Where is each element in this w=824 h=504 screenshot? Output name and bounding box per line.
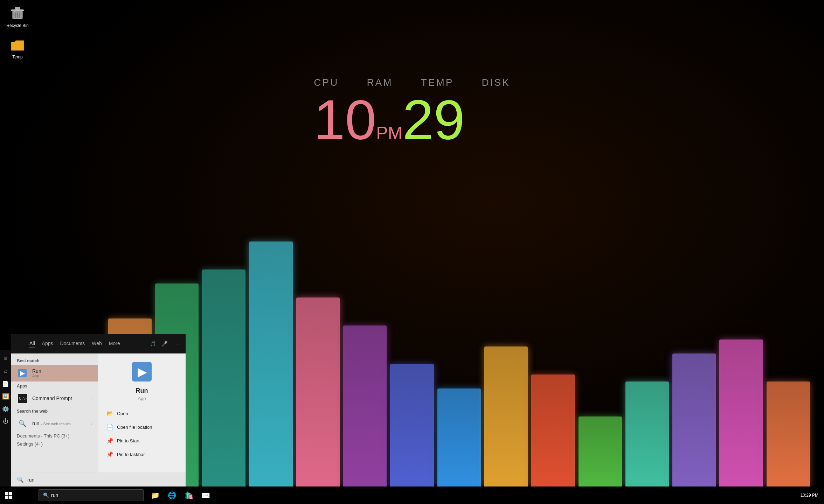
tab-web[interactable]: Web — [92, 339, 102, 348]
sidebar-hamburger[interactable]: ≡ — [0, 353, 11, 364]
tab-more[interactable]: More — [109, 339, 120, 348]
bar-9 — [437, 388, 481, 486]
web-sub: - See web results — [41, 422, 71, 426]
ellipsis-icon[interactable]: ⋯ — [171, 338, 181, 349]
run-app-type: App — [32, 374, 41, 378]
pin-taskbar-icon: 📌 — [106, 451, 113, 458]
cpu-label: CPU — [314, 77, 339, 88]
sidebar-documents[interactable]: 📄 — [0, 378, 11, 389]
start-search-bar[interactable]: 🔍 run — [11, 472, 186, 486]
bar-11 — [531, 374, 575, 486]
taskbar: 🔍 📁 🌐 🛍️ ✉️ 10:29 PM — [0, 486, 824, 504]
temp-label-text: Temp — [12, 55, 22, 59]
bar-5 — [249, 241, 292, 486]
result-web-run[interactable]: 🔍 run - See web results › — [11, 415, 98, 432]
taskbar-search-icon: 🔍 — [43, 492, 49, 498]
settings-label: Settings (4+) — [17, 441, 43, 447]
action-pin-taskbar[interactable]: 📌 Pin to taskbar — [104, 448, 180, 461]
bar-16 — [767, 382, 810, 486]
temp-label: TEMP — [421, 77, 454, 88]
web-section-title: Search the web — [11, 407, 98, 415]
cmd-name: Command Prompt — [32, 396, 72, 401]
result-run-app[interactable]: ▶ Run App — [11, 365, 98, 382]
taskbar-file-explorer[interactable]: 📁 — [147, 487, 163, 503]
start-search-input[interactable]: run — [27, 477, 180, 483]
taskbar-app-icons: 📁 🌐 🛍️ ✉️ — [147, 487, 214, 503]
context-actions-list: 📂 Open 📄 Open file location 📌 Pin to Sta… — [104, 407, 180, 461]
sidebar-settings[interactable]: ⚙️ — [0, 403, 11, 414]
stats-labels: CPU RAM TEMP DISK — [314, 77, 510, 88]
context-app-subtitle: App — [138, 396, 146, 401]
start-menu: All Apps Documents Web More 🎵 🎤 ⋯ Best m… — [11, 334, 186, 486]
sidebar-pictures[interactable]: 🖼️ — [0, 391, 11, 402]
svg-rect-1 — [11, 9, 24, 11]
bar-15 — [719, 340, 763, 486]
tab-documents[interactable]: Documents — [60, 339, 85, 348]
best-match-title: Best match — [11, 356, 98, 365]
action-pin-start-label: Pin to Start — [117, 438, 139, 443]
web-result-text: run - See web results — [32, 420, 71, 427]
web-query: run — [32, 421, 39, 426]
action-open-label: Open — [117, 411, 128, 416]
action-pin-start[interactable]: 📌 Pin to Start — [104, 434, 180, 448]
action-open[interactable]: 📂 Open — [104, 407, 180, 420]
stats-numbers: 10 PM 29 — [314, 92, 510, 148]
result-cmd[interactable]: C:\> Command Prompt › — [11, 390, 98, 407]
desktop-icon-recycle-bin[interactable]: Recycle Bin — [4, 4, 32, 29]
tab-apps[interactable]: Apps — [42, 339, 53, 348]
bar-6 — [296, 298, 340, 486]
time-hours: 10 — [314, 92, 376, 148]
search-panel: Best match ▶ Run App Apps C:\> — [11, 354, 186, 472]
action-open-file-location[interactable]: 📄 Open file location — [104, 420, 180, 434]
svg-rect-8 — [5, 496, 8, 499]
search-results-list: Best match ▶ Run App Apps C:\> — [11, 354, 98, 472]
mic-icon[interactable]: 🎤 — [159, 340, 169, 348]
svg-rect-6 — [5, 492, 8, 495]
cmd-arrow: › — [91, 396, 92, 401]
taskbar-mail[interactable]: ✉️ — [198, 487, 214, 503]
run-app-icon: ▶ — [17, 368, 28, 379]
sidebar-power[interactable]: ⏻ — [0, 416, 11, 427]
taskbar-edge[interactable]: 🌐 — [164, 487, 180, 503]
result-documents[interactable]: Documents - This PC (3+) — [11, 432, 98, 440]
svg-rect-7 — [9, 492, 12, 495]
start-menu-top-icons: 🎵 🎤 ⋯ — [148, 338, 181, 349]
svg-rect-2 — [15, 7, 20, 9]
time-minutes: 29 — [402, 92, 465, 148]
file-location-icon: 📄 — [106, 424, 113, 430]
recycle-bin-label: Recycle Bin — [6, 23, 28, 28]
sidebar-home[interactable]: ⌂ — [0, 365, 11, 377]
documents-label: Documents - This PC (3+) — [17, 433, 69, 439]
disk-label: DISK — [482, 77, 510, 88]
bar-8 — [390, 364, 434, 486]
svg-text:C:\>: C:\> — [19, 397, 27, 400]
taskbar-search-input[interactable] — [51, 492, 139, 498]
desktop: CPU RAM TEMP DISK 10 PM 29 Recycle Bin T… — [0, 0, 824, 504]
web-arrow: › — [91, 421, 92, 426]
pin-start-icon: 📌 — [106, 438, 113, 444]
bar-10 — [484, 346, 528, 486]
open-icon: 📂 — [106, 410, 113, 417]
run-app-name: Run — [32, 368, 41, 374]
system-tray: 10:29 PM — [801, 493, 824, 498]
taskbar-search-box[interactable]: 🔍 — [39, 489, 144, 501]
start-tabs: All Apps Documents Web More — [15, 337, 134, 350]
desktop-icon-temp[interactable]: Temp — [4, 35, 32, 61]
cortana-icon[interactable]: 🎵 — [148, 340, 158, 348]
action-open-file-label: Open file location — [117, 425, 152, 430]
bar-4 — [202, 270, 245, 486]
svg-rect-9 — [9, 496, 12, 499]
ram-label: RAM — [367, 77, 393, 88]
start-button[interactable] — [0, 486, 18, 504]
taskbar-store[interactable]: 🛍️ — [181, 487, 197, 503]
context-app-title: Run — [136, 387, 148, 394]
system-stats: CPU RAM TEMP DISK 10 PM 29 — [314, 77, 510, 148]
result-run-text: Run App — [32, 368, 41, 378]
svg-text:▶: ▶ — [138, 366, 147, 378]
tab-all[interactable]: All — [29, 339, 35, 348]
start-search-icon: 🔍 — [17, 476, 24, 483]
result-settings[interactable]: Settings (4+) — [11, 440, 98, 448]
svg-text:▶: ▶ — [20, 370, 25, 376]
context-panel: ▶ Run App 📂 Open 📄 Open file location 📌 — [98, 354, 186, 472]
apps-section-title: Apps — [11, 382, 98, 390]
